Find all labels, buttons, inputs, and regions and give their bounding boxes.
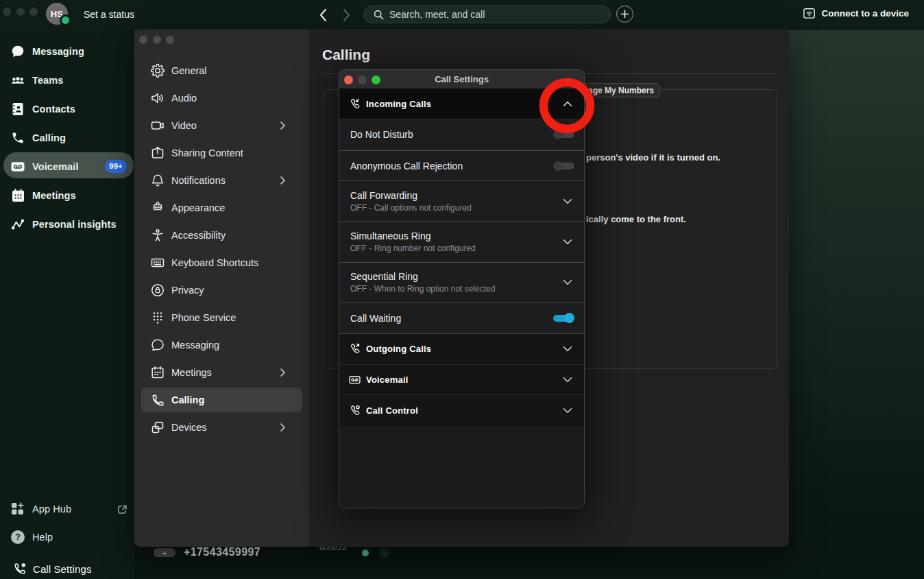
svg-text:?: ? bbox=[15, 532, 21, 542]
